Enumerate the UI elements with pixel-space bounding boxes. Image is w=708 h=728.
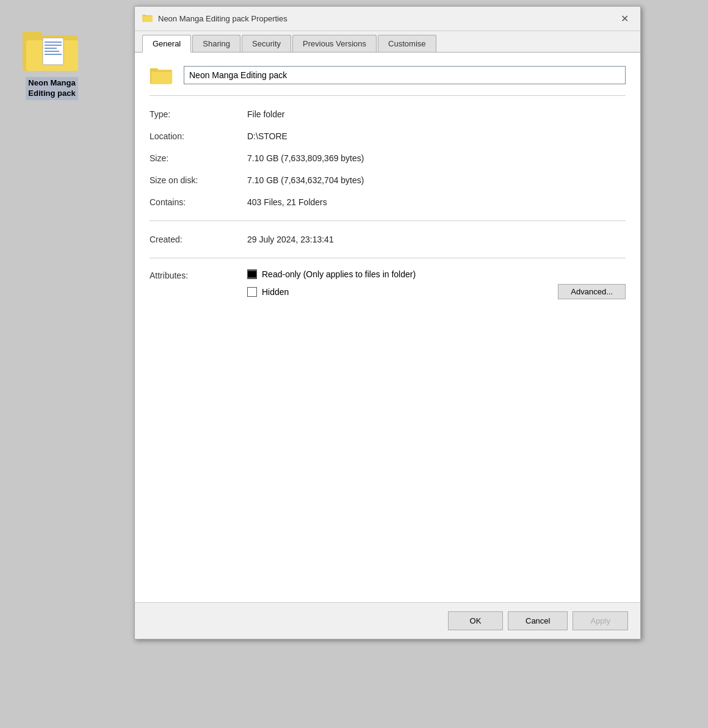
hidden-advanced-row: Hidden Advanced... bbox=[247, 284, 626, 299]
title-bar-folder-icon bbox=[142, 13, 153, 24]
contains-row: Contains: 403 Files, 21 Folders bbox=[150, 191, 626, 213]
hidden-left: Hidden bbox=[247, 287, 289, 297]
dialog-footer: OK Cancel Apply bbox=[135, 602, 640, 639]
divider-3 bbox=[150, 258, 626, 258]
svg-rect-11 bbox=[143, 16, 152, 21]
folder-icon-large bbox=[21, 24, 82, 73]
size-on-disk-value: 7.10 GB (7,634,632,704 bytes) bbox=[247, 175, 626, 185]
attributes-row: Attributes: Read-only (Only applies to f… bbox=[150, 266, 626, 303]
location-label: Location: bbox=[150, 131, 247, 141]
size-row: Size: 7.10 GB (7,633,809,369 bytes) bbox=[150, 147, 626, 169]
svg-rect-13 bbox=[150, 68, 158, 72]
properties-dialog: Neon Manga Editing pack Properties ✕ Gen… bbox=[134, 6, 641, 639]
type-label: Type: bbox=[150, 109, 247, 119]
close-button[interactable]: ✕ bbox=[616, 12, 633, 26]
location-value: D:\STORE bbox=[247, 131, 626, 141]
type-value: File folder bbox=[247, 109, 626, 119]
attributes-controls: Read-only (Only applies to files in fold… bbox=[247, 269, 626, 299]
size-on-disk-label: Size on disk: bbox=[150, 175, 247, 185]
size-on-disk-row: Size on disk: 7.10 GB (7,634,632,704 byt… bbox=[150, 169, 626, 191]
dialog-content: Type: File folder Location: D:\STORE Siz… bbox=[135, 53, 640, 602]
svg-rect-14 bbox=[151, 71, 172, 84]
tab-sharing[interactable]: Sharing bbox=[192, 35, 240, 52]
svg-rect-5 bbox=[45, 45, 62, 46]
title-bar-text: Neon Manga Editing pack Properties bbox=[158, 14, 616, 23]
desktop-icon[interactable]: Neon MangaEditing pack bbox=[12, 24, 92, 100]
svg-rect-10 bbox=[142, 15, 146, 16]
advanced-button[interactable]: Advanced... bbox=[558, 284, 626, 299]
tab-security[interactable]: Security bbox=[242, 35, 291, 52]
created-value: 29 July 2024, 23:13:41 bbox=[247, 235, 626, 244]
desktop-icon-label: Neon MangaEditing pack bbox=[26, 77, 78, 100]
svg-rect-1 bbox=[23, 32, 42, 40]
hidden-label: Hidden bbox=[262, 287, 289, 297]
title-bar: Neon Manga Editing pack Properties ✕ bbox=[135, 7, 640, 31]
tab-general[interactable]: General bbox=[142, 35, 191, 53]
created-label: Created: bbox=[150, 235, 247, 244]
apply-button[interactable]: Apply bbox=[573, 611, 628, 630]
tab-customise[interactable]: Customise bbox=[378, 35, 436, 52]
hidden-checkbox[interactable] bbox=[247, 287, 257, 297]
size-label: Size: bbox=[150, 153, 247, 163]
readonly-checkbox[interactable] bbox=[247, 269, 257, 279]
readonly-label: Read-only (Only applies to files in fold… bbox=[262, 269, 416, 279]
size-value: 7.10 GB (7,633,809,369 bytes) bbox=[247, 153, 626, 163]
readonly-row: Read-only (Only applies to files in fold… bbox=[247, 269, 626, 279]
location-row: Location: D:\STORE bbox=[150, 125, 626, 147]
created-row: Created: 29 July 2024, 23:13:41 bbox=[150, 228, 626, 250]
contains-label: Contains: bbox=[150, 197, 247, 207]
tabs-bar: General Sharing Security Previous Versio… bbox=[135, 31, 640, 53]
tab-previous-versions[interactable]: Previous Versions bbox=[292, 35, 377, 52]
svg-rect-4 bbox=[45, 42, 62, 43]
divider-1 bbox=[150, 95, 626, 96]
type-row: Type: File folder bbox=[150, 103, 626, 125]
ok-button[interactable]: OK bbox=[448, 611, 503, 630]
contains-value: 403 Files, 21 Folders bbox=[247, 197, 626, 207]
divider-2 bbox=[150, 220, 626, 221]
folder-icon-small bbox=[150, 65, 174, 86]
cancel-button[interactable]: Cancel bbox=[508, 611, 568, 630]
attributes-label: Attributes: bbox=[150, 269, 247, 280]
svg-rect-8 bbox=[45, 54, 62, 55]
folder-name-input[interactable] bbox=[184, 66, 626, 84]
svg-rect-6 bbox=[45, 48, 57, 49]
svg-rect-7 bbox=[45, 51, 59, 52]
folder-name-row bbox=[150, 65, 626, 86]
